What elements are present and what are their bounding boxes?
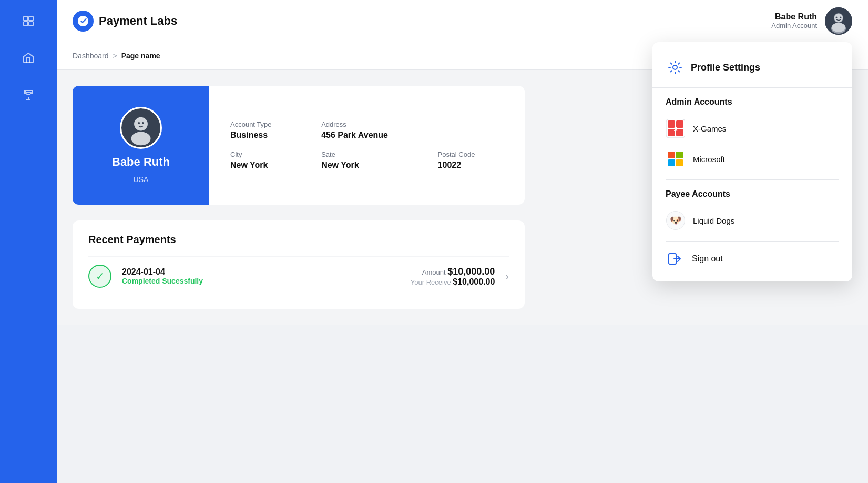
user-name: Babe Ruth xyxy=(771,12,817,22)
svg-rect-1 xyxy=(29,16,33,21)
signout-item[interactable]: Sign out xyxy=(652,242,852,276)
svg-rect-2 xyxy=(24,22,28,26)
postal-value: 10022 xyxy=(438,160,504,170)
profile-country: USA xyxy=(134,175,149,184)
account-type-field: Account Type Business xyxy=(230,120,300,140)
svg-rect-0 xyxy=(24,16,28,21)
admin-accounts-title: Admin Accounts xyxy=(666,97,839,107)
account-type-label: Account Type xyxy=(230,120,300,128)
postal-label: Postal Code xyxy=(438,150,504,158)
breadcrumb-root[interactable]: Dashboard xyxy=(73,52,109,60)
profile-avatar xyxy=(120,107,162,149)
svg-point-15 xyxy=(142,122,144,124)
microsoft-label: Microsoft xyxy=(693,155,725,164)
user-info: Babe Ruth Admin Account xyxy=(771,12,817,29)
svg-point-8 xyxy=(832,23,845,32)
signout-label: Sign out xyxy=(692,254,723,264)
payments-title: Recent Payments xyxy=(88,234,509,246)
user-role: Admin Account xyxy=(771,22,817,29)
city-label: City xyxy=(230,150,300,158)
breadcrumb-current: Page name xyxy=(121,52,160,60)
payment-amount-info: Amount $10,000.00 Your Receive $10,000.0… xyxy=(411,266,495,287)
logo: Payment Labs xyxy=(73,11,177,32)
signout-icon xyxy=(666,249,685,268)
svg-text:X: X xyxy=(674,126,678,132)
liquiddog-label: Liquid Dogs xyxy=(693,216,734,225)
payee-accounts-title: Payee Accounts xyxy=(666,189,839,199)
svg-point-13 xyxy=(131,132,151,145)
city-value: New York xyxy=(230,160,300,170)
microsoft-icon xyxy=(666,149,686,169)
address-value: 456 Park Avenue xyxy=(321,130,416,140)
profile-settings-icon xyxy=(666,58,685,77)
svg-point-9 xyxy=(836,16,838,18)
state-value: New York xyxy=(321,160,416,170)
payment-amount-label: Amount $10,000.00 xyxy=(411,266,495,277)
admin-accounts-section: Admin Accounts X X-Games xyxy=(652,88,852,179)
payments-card: Recent Payments ✓ 2024-01-04 Completed S… xyxy=(73,220,525,309)
profile-card-left: Babe Ruth USA xyxy=(73,86,209,205)
svg-point-10 xyxy=(840,16,842,18)
sidebar xyxy=(0,0,57,483)
payment-info: 2024-01-04 Completed Sucessfully xyxy=(122,267,400,285)
sidebar-panels-icon[interactable] xyxy=(18,11,39,32)
payee-accounts-section: Payee Accounts 🐶 Liquid Dogs xyxy=(652,180,852,241)
admin-account-xgames[interactable]: X X-Games xyxy=(666,113,839,144)
breadcrumb-separator: > xyxy=(113,52,117,60)
account-type-value: Business xyxy=(230,130,300,140)
svg-point-14 xyxy=(138,122,140,124)
svg-point-12 xyxy=(134,117,148,131)
svg-point-7 xyxy=(834,14,843,22)
profile-card: Babe Ruth USA Account Type Business Addr… xyxy=(73,86,525,205)
dropdown-menu: Profile Settings Admin Accounts X X-Game… xyxy=(652,42,852,281)
payment-status: Completed Sucessfully xyxy=(122,277,400,285)
svg-point-16 xyxy=(673,65,677,69)
svg-rect-3 xyxy=(29,22,33,26)
avatar[interactable] xyxy=(825,7,852,35)
state-label: Sate xyxy=(321,150,416,158)
header: Payment Labs Babe Ruth Admin Account xyxy=(57,0,868,42)
payment-receive-label: Your Receive $10,000.00 xyxy=(411,277,495,287)
address-field: Address 456 Park Avenue xyxy=(321,120,416,140)
admin-account-microsoft[interactable]: Microsoft xyxy=(666,144,839,174)
logo-icon xyxy=(73,11,94,32)
xgames-label: X-Games xyxy=(693,124,726,133)
profile-settings-item[interactable]: Profile Settings xyxy=(652,53,852,88)
profile-name: Babe Ruth xyxy=(112,155,170,169)
app-name: Payment Labs xyxy=(99,14,177,28)
payment-amount: $10,000.00 xyxy=(447,266,495,277)
city-field: City New York xyxy=(230,150,300,170)
profile-card-right: Account Type Business Address 456 Park A… xyxy=(209,86,525,205)
payee-account-liquiddogs[interactable]: 🐶 Liquid Dogs xyxy=(666,205,839,236)
xgames-icon: X xyxy=(666,118,686,138)
address-label: Address xyxy=(321,120,416,128)
postal-field: Postal Code 10022 xyxy=(438,150,504,170)
sidebar-home-icon[interactable] xyxy=(18,47,39,68)
user-menu-trigger[interactable]: Babe Ruth Admin Account xyxy=(771,7,852,35)
payment-success-icon: ✓ xyxy=(88,265,111,288)
payment-receive-amount: $10,000.00 xyxy=(453,277,495,286)
liquiddog-icon: 🐶 xyxy=(666,210,686,230)
state-field: Sate New York xyxy=(321,150,416,170)
payment-date: 2024-01-04 xyxy=(122,267,400,277)
profile-settings-label: Profile Settings xyxy=(691,62,760,73)
sidebar-trophy-icon[interactable] xyxy=(18,84,39,105)
payment-chevron-icon[interactable]: › xyxy=(505,270,509,283)
table-row[interactable]: ✓ 2024-01-04 Completed Sucessfully Amoun… xyxy=(88,256,509,296)
